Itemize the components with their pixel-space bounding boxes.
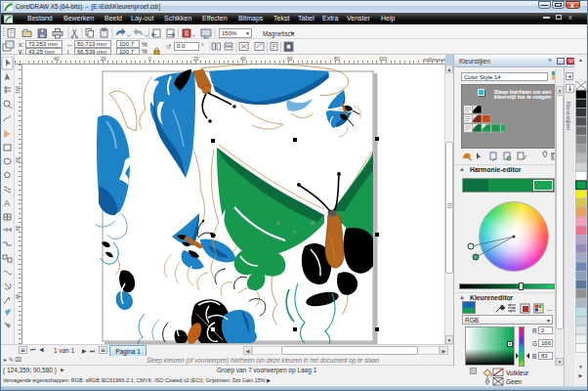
svg-text:40: 40 bbox=[240, 56, 246, 62]
svg-text:...: ... bbox=[547, 305, 553, 312]
svg-text:millimeter: millimeter bbox=[423, 57, 445, 63]
svg-text:100: 100 bbox=[15, 85, 21, 94]
svg-text:80: 80 bbox=[15, 156, 21, 162]
svg-text:Geen: Geen bbox=[506, 378, 522, 385]
svg-text:A: A bbox=[4, 198, 10, 208]
svg-text:40: 40 bbox=[15, 293, 21, 299]
svg-text:100: 100 bbox=[379, 56, 388, 62]
svg-text:60: 60 bbox=[15, 225, 21, 231]
svg-text:Vulkleur: Vulkleur bbox=[506, 369, 529, 376]
svg-text:40: 40 bbox=[54, 56, 60, 62]
svg-text:0: 0 bbox=[148, 56, 151, 62]
svg-text:20: 20 bbox=[193, 56, 199, 62]
svg-text:80: 80 bbox=[334, 56, 340, 62]
svg-text:60: 60 bbox=[287, 56, 293, 62]
svg-text:20: 20 bbox=[101, 56, 106, 62]
